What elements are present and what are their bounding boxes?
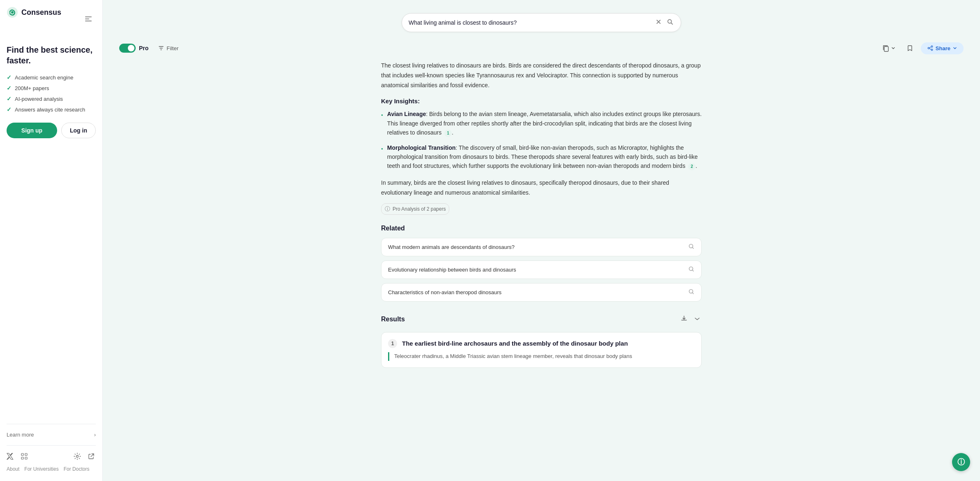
features-list: ✓ Academic search engine ✓ 200M+ papers … [7, 74, 96, 113]
insight-title-1: Avian Lineage [387, 111, 426, 117]
related-list: What modern animals are descendants of d… [381, 238, 702, 302]
svg-rect-11 [884, 46, 888, 51]
insight-body-1: : Birds belong to the avian stem lineage… [387, 111, 702, 136]
filter-icon [158, 45, 164, 51]
check-icon-4: ✓ [7, 106, 12, 113]
pro-analysis-label: Pro Analysis of 2 papers [393, 206, 446, 212]
citation-badge-1[interactable]: 1 [444, 130, 452, 137]
footer-icons [7, 449, 96, 464]
chevron-right-icon: › [94, 432, 96, 438]
results-header: Results [381, 313, 702, 325]
help-icon: ⓘ [957, 457, 965, 467]
twitter-x-icon[interactable] [7, 452, 15, 460]
insight-item-2: ● Morphological Transition: The discover… [381, 143, 702, 171]
search-clear-button[interactable] [654, 18, 663, 28]
feature-academic: ✓ Academic search engine [7, 74, 96, 81]
related-item-1[interactable]: What modern animals are descendants of d… [381, 238, 702, 256]
feature-papers: ✓ 200M+ papers [7, 85, 96, 91]
feature-label-4: Answers always cite research [15, 107, 85, 113]
bookmark-button[interactable] [903, 42, 917, 54]
universities-link[interactable]: For Universities [24, 466, 58, 472]
slack-icon[interactable] [21, 452, 29, 460]
insights-list: ● Avian Lineage: Birds belong to the avi… [381, 109, 702, 170]
doctors-link[interactable]: For Doctors [64, 466, 90, 472]
insight-item-1: ● Avian Lineage: Birds belong to the avi… [381, 109, 702, 137]
sidebar-divider [7, 424, 96, 424]
insight-title-2: Morphological Transition [387, 144, 455, 151]
related-section-title: Related [381, 225, 702, 232]
result-title-1[interactable]: The earliest bird-line archosaurs and th… [402, 339, 628, 348]
related-item-3[interactable]: Characteristics of non-avian theropod di… [381, 283, 702, 302]
toolbar-right: Share [879, 42, 964, 54]
toggle-sidebar-button[interactable] [81, 12, 96, 26]
svg-point-1 [11, 11, 14, 14]
insight-bullet-2: ● [381, 146, 383, 171]
results-actions [679, 313, 702, 325]
sidebar-bottom: Learn more › [7, 421, 96, 474]
share-button[interactable]: Share [921, 42, 964, 54]
expand-results-button[interactable] [693, 314, 702, 325]
feature-label-1: Academic search engine [15, 74, 73, 81]
insight-text-1: Avian Lineage: Birds belong to the avian… [387, 109, 702, 137]
svg-rect-8 [25, 457, 27, 459]
signup-button[interactable]: Sign up [7, 123, 57, 138]
search-icon [667, 19, 673, 25]
related-label-2: Evolutionary relationship between birds … [388, 267, 516, 273]
bookmark-icon [906, 44, 913, 52]
result-number-1: 1 [388, 339, 397, 348]
filter-button[interactable]: Filter [155, 44, 182, 53]
related-label-3: Characteristics of non-avian theropod di… [388, 289, 502, 295]
auth-buttons: Sign up Log in [7, 123, 96, 138]
feature-label-2: 200M+ papers [15, 85, 49, 91]
download-icon [680, 315, 688, 322]
sidebar-headline: Find the best science, faster. [7, 44, 96, 66]
svg-rect-3 [85, 19, 89, 19]
pro-toggle: Pro [119, 44, 148, 53]
feature-label-3: AI-powered analysis [15, 96, 63, 102]
external-link-icon[interactable] [88, 452, 96, 460]
floating-help-button[interactable]: ⓘ [952, 453, 970, 471]
learn-more-label: Learn more [7, 432, 34, 438]
result-excerpt-1: Teleocrater rhadinus, a Middle Triassic … [388, 352, 695, 361]
chevron-down-icon [891, 46, 895, 50]
results-area: The closest living relatives to dinosaur… [365, 58, 718, 381]
feature-citations: ✓ Answers always cite research [7, 106, 96, 113]
insight-bullet-1: ● [381, 113, 383, 137]
result-card-1: 1 The earliest bird-line archosaurs and … [381, 332, 702, 368]
citation-badge-2[interactable]: 2 [688, 163, 696, 170]
sidebar: Consensus Find the best science, faster.… [0, 0, 103, 481]
toolbar-left: Pro Filter [119, 44, 182, 53]
svg-point-9 [76, 455, 79, 458]
about-link[interactable]: About [7, 466, 19, 472]
search-area [103, 0, 980, 39]
results-section-title: Results [381, 316, 405, 323]
download-button[interactable] [679, 313, 689, 325]
copy-button[interactable] [879, 42, 899, 54]
search-input[interactable] [409, 19, 651, 26]
learn-more-row[interactable]: Learn more › [7, 428, 96, 442]
pro-toggle-switch[interactable] [119, 44, 136, 53]
feature-ai: ✓ AI-powered analysis [7, 95, 96, 102]
copy-icon [882, 44, 890, 52]
pro-analysis-badge[interactable]: ⓘ Pro Analysis of 2 papers [381, 203, 449, 215]
filter-label: Filter [166, 45, 178, 51]
settings-icon[interactable] [74, 452, 82, 460]
related-label-1: What modern animals are descendants of d… [388, 244, 515, 250]
related-search-icon-1 [688, 243, 695, 251]
pro-label: Pro [139, 45, 148, 51]
check-icon-3: ✓ [7, 95, 12, 102]
share-chevron-icon [953, 46, 957, 50]
related-search-icon-2 [688, 266, 695, 274]
consensus-logo-icon [7, 7, 18, 18]
related-item-2[interactable]: Evolutionary relationship between birds … [381, 260, 702, 279]
logo-text: Consensus [21, 8, 61, 17]
svg-rect-6 [25, 453, 27, 455]
related-search-icon-3 [688, 288, 695, 296]
svg-rect-4 [85, 21, 92, 21]
search-submit-button[interactable] [666, 18, 674, 28]
login-button[interactable]: Log in [61, 123, 96, 138]
check-icon-2: ✓ [7, 85, 12, 91]
answer-summary: The closest living relatives to dinosaur… [381, 61, 702, 90]
svg-rect-7 [21, 457, 23, 459]
check-icon-1: ✓ [7, 74, 12, 81]
